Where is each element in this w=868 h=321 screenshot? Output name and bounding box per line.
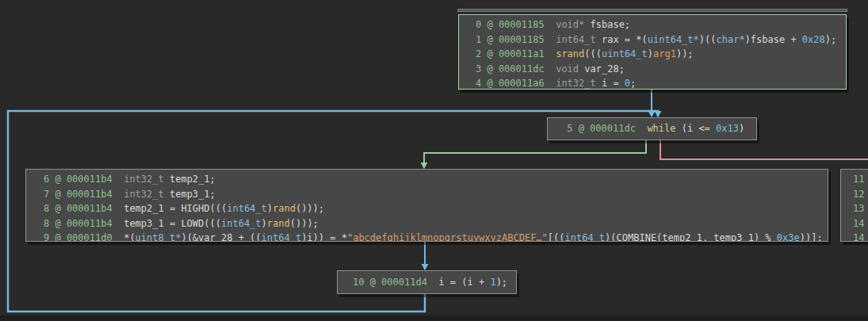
- block-11-exit-clipped[interactable]: 1112131414: [840, 169, 868, 242]
- graph-canvas[interactable]: 0 @ 00001185 void* fsbase;1 @ 00001185 i…: [0, 0, 868, 321]
- code-line: 1 @ 00001185 int64_t rax = *(uint64_t*)(…: [476, 32, 846, 48]
- code-line: 6 @ 000011b4 int32_t temp2_1;: [44, 172, 828, 187]
- code-line: 14: [853, 216, 868, 231]
- code-line: 2 @ 000011a1 srand(((uint64_t)arg1));: [476, 47, 846, 62]
- code-line: 3 @ 000011dc void var_28;: [476, 62, 846, 77]
- code-line: 14: [853, 231, 868, 242]
- edge-arrowhead: [655, 111, 662, 117]
- edge-false-branch: [660, 140, 868, 159]
- code-line: 8 @ 000011b4 temp2_1 = HIGHD(((int64_t)r…: [44, 201, 828, 216]
- code-line: 8 @ 000011b4 temp3_1 = LOWD(((int64_t)ra…: [44, 216, 828, 231]
- edge-arrowhead: [421, 162, 428, 169]
- code-line: 9 @ 000011d0 *(uint8_t*)(&var_28 + ((int…: [44, 231, 828, 242]
- code-line: 10 @ 000011d4 i = (i + 1);: [353, 275, 507, 290]
- code-line: 5 @ 000011dc while (i <= 0x13): [561, 121, 744, 136]
- edge-arrowhead: [422, 264, 429, 270]
- block-10-increment[interactable]: 10 @ 000011d4 i = (i + 1);: [337, 270, 517, 294]
- code-line: 11: [853, 172, 868, 187]
- block-above-clipped: [457, 9, 847, 12]
- code-line: 7 @ 000011b4 int32_t temp3_1;: [44, 187, 828, 202]
- code-line: 0 @ 00001185 void* fsbase;: [476, 17, 846, 32]
- block-6-loop-body[interactable]: 6 @ 000011b4 int32_t temp2_1;7 @ 000011b…: [25, 169, 828, 242]
- block-0-entry[interactable]: 0 @ 00001185 void* fsbase;1 @ 00001185 i…: [458, 14, 847, 90]
- edge-true-branch: [424, 140, 646, 168]
- code-line: 13: [853, 201, 868, 216]
- code-line: 12: [853, 187, 868, 202]
- code-line: 4 @ 000011a6 int32_t i = 0;: [476, 76, 846, 90]
- block-5-while-condition[interactable]: 5 @ 000011dc while (i <= 0x13): [547, 117, 757, 140]
